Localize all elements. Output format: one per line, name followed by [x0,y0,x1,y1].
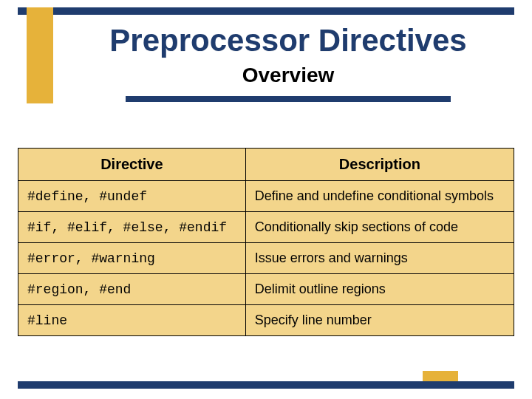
cell-directive: #define, #undef [18,181,246,212]
table-row: #region, #end Delimit outline regions [18,274,514,305]
accent-block-top [27,7,53,103]
cell-directive: #if, #elif, #else, #endif [18,212,246,243]
top-divider [18,7,514,15]
cell-description: Specify line number [245,305,514,336]
page-subtitle: Overview [66,64,510,87]
cell-description: Conditionally skip sections of code [245,212,514,243]
slide: Preprocessor Directives Overview Directi… [0,0,532,399]
directives-table-wrap: Directive Description #define, #undef De… [18,148,514,336]
page-title: Preprocessor Directives [66,22,510,56]
subtitle-underline [126,96,451,102]
cell-directive: #error, #warning [18,243,246,274]
cell-directive: #region, #end [18,274,246,305]
col-header-description: Description [245,149,514,181]
title-block: Preprocessor Directives [66,22,510,103]
cell-description: Delimit outline regions [245,274,514,305]
table-row: #error, #warning Issue errors and warnin… [18,243,514,274]
cell-description: Define and undefine conditional symbols [245,181,514,212]
table-header-row: Directive Description [18,149,514,181]
col-header-directive: Directive [18,149,246,181]
table-row: #if, #elif, #else, #endif Conditionally … [18,212,514,243]
table-row: #line Specify line number [18,305,514,336]
directives-table: Directive Description #define, #undef De… [18,148,514,336]
table-row: #define, #undef Define and undefine cond… [18,181,514,212]
cell-description: Issue errors and warnings [245,243,514,274]
cell-directive: #line [18,305,246,336]
bottom-divider [18,381,514,389]
